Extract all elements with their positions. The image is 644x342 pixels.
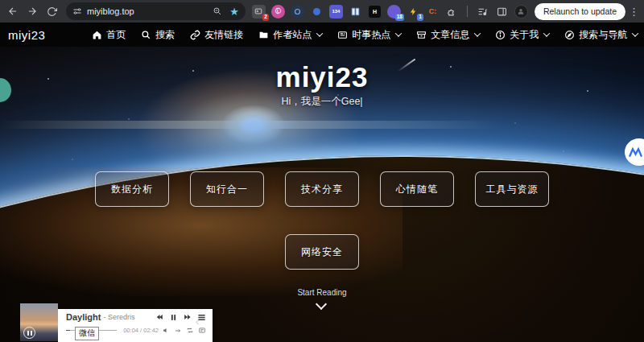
- album-art[interactable]: [20, 303, 58, 341]
- browser-toolbar: miyiblog.top ★ 2 Ⓛ 134 H 18 1 C:: [0, 0, 644, 23]
- nav-label: 友情链接: [204, 28, 243, 42]
- colorzilla-extension-icon[interactable]: C:: [426, 5, 440, 19]
- nav-label: 搜索与导航: [579, 28, 627, 42]
- category-button-tools-resources[interactable]: 工具与资源: [475, 171, 549, 207]
- chevron-down-icon: [395, 30, 402, 36]
- hero-subtitle-typing: Hi，我是一个Gee|: [0, 95, 644, 109]
- link-icon: [190, 30, 200, 40]
- relaunch-to-update-button[interactable]: Relaunch to update: [535, 3, 625, 20]
- profile-avatar[interactable]: [514, 5, 528, 19]
- nav-item-articles[interactable]: 文章信息: [416, 28, 480, 42]
- nav-label: 关于我: [510, 28, 539, 42]
- lightning-extension-icon[interactable]: 1: [407, 5, 420, 19]
- screenshot-badge: 2: [262, 14, 269, 21]
- media-controls-icon[interactable]: [476, 5, 489, 19]
- track-title: Daylight: [66, 312, 101, 322]
- browser-menu-icon[interactable]: ⋮: [629, 6, 639, 18]
- loop-icon[interactable]: [186, 327, 194, 334]
- chevron-down-icon: [543, 30, 550, 36]
- archive-icon: [416, 30, 427, 40]
- screenshot-extension-icon[interactable]: 2: [252, 5, 266, 19]
- reload-icon[interactable]: [42, 2, 61, 21]
- track-artist: - Seredris: [103, 313, 134, 321]
- blue-circle-extension-icon[interactable]: [291, 5, 304, 19]
- zoom-icon[interactable]: [213, 6, 222, 16]
- home-icon: [92, 30, 102, 40]
- nav-label: 文章信息: [431, 28, 469, 42]
- nav-label: 首页: [106, 28, 126, 42]
- forward-icon[interactable]: [23, 2, 42, 21]
- nav-label: 时事热点: [352, 28, 390, 42]
- nav-item-search[interactable]: 搜索: [141, 28, 175, 42]
- bookmark-star-icon[interactable]: ★: [229, 6, 239, 18]
- hero-title: miyi23: [0, 61, 644, 93]
- monica-logo-icon: [629, 147, 642, 158]
- start-reading-label[interactable]: Start Reading: [0, 288, 644, 297]
- black-square-extension-icon[interactable]: H: [368, 5, 382, 19]
- chevron-down-icon: [632, 30, 638, 36]
- nav-item-links[interactable]: 友情链接: [190, 28, 243, 42]
- address-bar[interactable]: miyiblog.top ★: [66, 2, 246, 20]
- nav-label: 搜索: [155, 28, 175, 42]
- nav-item-home[interactable]: 首页: [92, 28, 126, 42]
- site-navbar: miyi23 首页 搜索 友情链接 作者站点 时事热点 文章信息: [0, 23, 644, 47]
- volume-icon[interactable]: [163, 327, 170, 334]
- nav-items: 首页 搜索 友情链接 作者站点 时事热点 文章信息 关于我: [92, 28, 644, 42]
- lyrics-icon[interactable]: [198, 327, 206, 334]
- extensions-row: 2 Ⓛ 134 H 18 1 C:: [252, 5, 528, 19]
- category-button-network-security[interactable]: 网络安全: [285, 234, 359, 270]
- ghost-badge: 18: [395, 14, 404, 21]
- time-display: 00:04 / 02:42: [123, 327, 159, 334]
- player-collapse-icon[interactable]: ‹: [196, 315, 199, 328]
- ghost-extension-icon[interactable]: 18: [387, 5, 401, 19]
- progress-played: [66, 330, 70, 331]
- hero-section: miyi23 Hi，我是一个Gee| 数据分析 知行合一 技术分享 心情随笔 工…: [0, 47, 644, 342]
- back-icon[interactable]: [3, 2, 23, 21]
- info-icon: [495, 30, 506, 40]
- nav-item-search-nav[interactable]: 搜索与导航: [564, 28, 638, 42]
- taskbar-tooltip: 微信: [75, 327, 99, 340]
- music-player: Daylight - Seredris 00:04 / 02:42: [20, 303, 213, 342]
- tune-icon[interactable]: [72, 6, 82, 16]
- site-logo[interactable]: miyi23: [8, 28, 45, 42]
- toolbar-separator: [467, 6, 468, 17]
- category-button-data-analysis[interactable]: 数据分析: [95, 171, 169, 207]
- news-icon: [337, 30, 348, 40]
- play-order-icon[interactable]: [174, 328, 182, 334]
- chevron-down-icon: [316, 30, 323, 36]
- search-icon: [141, 30, 151, 40]
- compass-icon: [564, 30, 575, 40]
- book-extension-icon[interactable]: [349, 5, 362, 19]
- nav-item-author-sites[interactable]: 作者站点: [258, 28, 322, 42]
- next-track-icon[interactable]: [183, 313, 192, 321]
- category-button-knowledge-action[interactable]: 知行合一: [190, 171, 264, 207]
- mini-pause-icon[interactable]: [23, 327, 35, 339]
- puzzle-extensions-icon[interactable]: [445, 5, 459, 19]
- pink-extension-icon[interactable]: Ⓛ: [271, 5, 285, 19]
- category-button-mood-notes[interactable]: 心情随笔: [380, 171, 454, 207]
- url-text[interactable]: miyiblog.top: [87, 6, 213, 16]
- chevron-down-icon: [474, 30, 481, 36]
- dot-extension-icon[interactable]: [310, 5, 324, 19]
- purple-square-extension-icon[interactable]: 134: [329, 5, 343, 19]
- nav-item-news[interactable]: 时事热点: [337, 28, 401, 42]
- previous-track-icon[interactable]: [155, 313, 164, 321]
- nav-label: 作者站点: [273, 28, 312, 42]
- lightning-badge: 1: [417, 14, 423, 21]
- sun-core: [221, 105, 286, 145]
- category-buttons-row2: 网络安全: [0, 234, 644, 270]
- nav-item-about[interactable]: 关于我: [495, 28, 549, 42]
- category-button-tech-share[interactable]: 技术分享: [285, 171, 359, 207]
- pause-icon[interactable]: [170, 313, 177, 322]
- sidepanel-icon[interactable]: [495, 5, 509, 19]
- folder-icon: [258, 30, 269, 40]
- category-buttons-row1: 数据分析 知行合一 技术分享 心情随笔 工具与资源: [0, 171, 644, 207]
